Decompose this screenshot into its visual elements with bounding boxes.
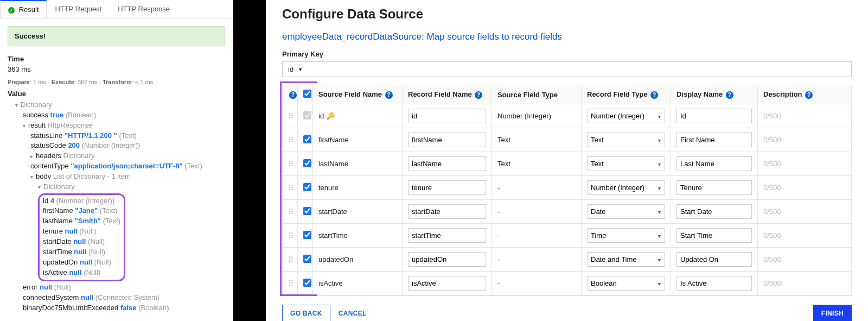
go-back-button[interactable]: GO BACK	[282, 305, 330, 321]
record-field-name-input[interactable]	[408, 180, 486, 195]
record-field-name-input[interactable]	[408, 156, 486, 171]
tab-http-response[interactable]: HTTP Response	[110, 0, 178, 18]
caret-icon[interactable]: ▾	[38, 184, 43, 192]
help-icon[interactable]: ?	[726, 91, 733, 99]
source-field-type: Number (Integer)	[492, 104, 582, 128]
cancel-button[interactable]: CANCEL	[330, 305, 375, 321]
table-row: ⠿tenure-Number (Integer)0/500	[283, 176, 852, 200]
row-checkbox[interactable]	[303, 135, 311, 143]
table-row: ⠿startDate-Date0/500	[283, 200, 852, 224]
tab-result[interactable]: ✓ Result	[0, 0, 47, 18]
display-name-input[interactable]	[676, 156, 752, 171]
row-checkbox[interactable]	[303, 183, 311, 191]
value-label: Value	[8, 90, 225, 98]
source-field-type: -	[492, 272, 582, 295]
page-title: Configure Data Source	[282, 7, 852, 22]
description-hint: 0/500	[758, 176, 852, 200]
description-hint: 0/500	[758, 128, 852, 152]
description-hint: 0/500	[758, 200, 852, 224]
source-field-name: id🔑	[313, 104, 403, 128]
table-row: ⠿startTime-Time0/500	[283, 224, 852, 248]
description-hint: 0/500	[758, 272, 852, 295]
primary-key-select[interactable]: id ▼	[282, 61, 852, 77]
row-checkbox[interactable]	[303, 231, 311, 239]
source-field-type: Text	[492, 128, 582, 152]
drag-handle-icon[interactable]: ⠿	[288, 255, 292, 264]
time-section: Time 363 ms Prepare: 1 ms - Execute: 362…	[0, 54, 233, 89]
help-icon[interactable]: ?	[650, 91, 658, 99]
source-field-name: startDate	[313, 200, 403, 224]
display-name-input[interactable]	[676, 133, 752, 147]
source-field-type: -	[492, 224, 582, 248]
display-name-input[interactable]	[676, 204, 752, 219]
display-name-input[interactable]	[676, 276, 752, 291]
table-header-row: ? Source Field Name ? Record Field Name …	[283, 85, 852, 104]
select-all-checkbox[interactable]	[303, 90, 311, 98]
record-field-name-input[interactable]	[408, 109, 486, 123]
record-field-type-select[interactable]: Text	[587, 156, 665, 171]
result-panel: ✓ Result HTTP Request HTTP Response Succ…	[0, 0, 233, 321]
source-field-name: tenure	[313, 176, 403, 200]
table-row: ⠿updatedOn-Date and Time0/500	[283, 248, 852, 272]
source-field-type: -	[492, 200, 582, 224]
row-checkbox[interactable]	[303, 207, 311, 215]
chevron-down-icon: ▼	[298, 67, 303, 72]
primary-key-label: Primary Key	[282, 50, 852, 58]
time-value: 363 ms	[8, 65, 225, 73]
record-field-type-select[interactable]: Number (Integer)	[587, 109, 665, 123]
check-icon: ✓	[8, 7, 15, 14]
drag-handle-icon[interactable]: ⠿	[288, 184, 292, 192]
record-field-name-input[interactable]	[408, 228, 486, 243]
panel-divider	[233, 0, 266, 321]
footer-actions: GO BACK CANCEL FINISH	[282, 295, 852, 321]
record-field-type-select[interactable]: Time	[587, 228, 665, 243]
description-hint: 0/500	[758, 104, 852, 128]
primary-key-value: id	[288, 65, 293, 73]
drag-handle-icon[interactable]: ⠿	[288, 112, 292, 121]
help-icon[interactable]: ?	[475, 91, 482, 99]
drag-handle-icon[interactable]: ⠿	[288, 279, 292, 288]
record-field-type-select[interactable]: Text	[587, 133, 665, 147]
record-field-name-input[interactable]	[408, 133, 486, 147]
tab-result-label: Result	[19, 5, 39, 14]
help-icon[interactable]: ?	[805, 91, 813, 99]
drag-handle-icon[interactable]: ⠿	[288, 160, 292, 168]
source-field-name: startTime	[313, 224, 403, 248]
caret-icon[interactable]: ▸	[30, 153, 36, 161]
source-field-name: lastName	[313, 152, 403, 176]
drag-handle-icon[interactable]: ⠿	[288, 231, 292, 240]
display-name-input[interactable]	[676, 228, 752, 243]
help-icon[interactable]: ?	[289, 91, 297, 99]
row-checkbox[interactable]	[303, 279, 311, 287]
display-name-input[interactable]	[676, 252, 752, 267]
source-field-type: Text	[492, 152, 582, 176]
record-field-name-input[interactable]	[408, 276, 486, 291]
display-name-input[interactable]	[676, 180, 752, 195]
record-field-type-select[interactable]: Boolean	[587, 276, 665, 291]
source-field-type: -	[492, 176, 582, 200]
drag-handle-icon[interactable]: ⠿	[288, 207, 292, 216]
display-name-input[interactable]	[676, 109, 752, 123]
description-hint: 0/500	[758, 152, 852, 176]
record-field-type-select[interactable]: Number (Integer)	[587, 180, 665, 195]
caret-icon[interactable]: ▾	[30, 173, 36, 181]
source-field-type: -	[492, 248, 582, 272]
help-icon[interactable]: ?	[385, 91, 393, 99]
timing-breakdown: Prepare: 1 ms - Execute: 362 ms - Transf…	[8, 79, 225, 85]
key-icon: 🔑	[326, 112, 335, 120]
field-mapping-table: ? Source Field Name ? Record Field Name …	[282, 85, 852, 295]
row-checkbox[interactable]	[303, 111, 311, 119]
row-checkbox[interactable]	[303, 159, 311, 167]
record-field-name-input[interactable]	[408, 204, 486, 219]
tab-http-request[interactable]: HTTP Request	[47, 0, 110, 18]
row-checkbox[interactable]	[303, 255, 311, 263]
record-field-type-select[interactable]: Date	[587, 204, 665, 219]
finish-button[interactable]: FINISH	[813, 305, 852, 321]
record-field-type-select[interactable]: Date and Time	[587, 252, 665, 267]
configure-panel: Configure Data Source employeeData_recor…	[266, 0, 868, 321]
field-mapping-table-wrap: ? Source Field Name ? Record Field Name …	[282, 77, 852, 295]
caret-icon[interactable]: ▾	[23, 122, 28, 130]
caret-icon[interactable]: ▾	[15, 102, 21, 110]
record-field-name-input[interactable]	[408, 252, 486, 267]
drag-handle-icon[interactable]: ⠿	[288, 136, 292, 144]
